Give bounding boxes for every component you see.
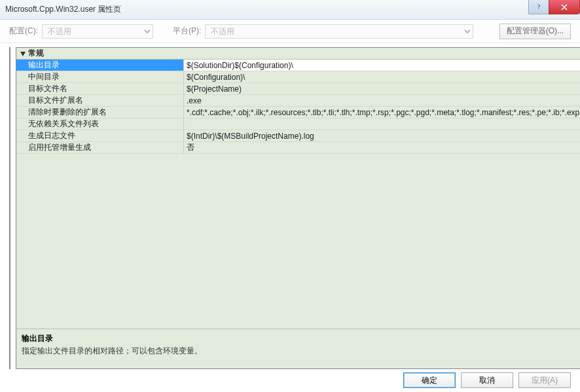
group-header[interactable]: 常规	[16, 48, 580, 60]
platform-select[interactable]: 不适用	[205, 24, 473, 39]
property-row[interactable]: 生成日志文件$(IntDir)\$(MSBuildProjectName).lo…	[16, 130, 580, 142]
property-name: 目标文件名	[16, 83, 184, 94]
navigation-tree[interactable]: 通用属性常规用户宏VC++ 目录C/C++链接器清单工具库管理器资源MIDLXM…	[9, 47, 10, 369]
close-button[interactable]	[549, 0, 580, 14]
tree-node[interactable]: 通用属性	[10, 50, 10, 63]
property-value[interactable]: $(ProjectName)	[184, 83, 580, 94]
property-value[interactable]: $(SolutionDir)$(Configuration)\	[184, 60, 580, 71]
property-name: 中间目录	[16, 71, 184, 82]
property-name: 清除时要删除的扩展名	[16, 107, 184, 118]
property-grid: 常规 输出目录$(SolutionDir)$(Configuration)\中间…	[16, 48, 580, 329]
ok-button[interactable]: 确定	[403, 372, 456, 388]
close-icon	[561, 4, 568, 10]
help-button[interactable]: ?	[528, 0, 549, 14]
property-value[interactable]	[184, 118, 580, 130]
config-select[interactable]: 不适用	[42, 24, 153, 39]
tree-node[interactable]: XML 文档生成器	[10, 181, 10, 194]
config-manager-button[interactable]: 配置管理器(O)...	[499, 24, 571, 39]
property-rows: 输出目录$(SolutionDir)$(Configuration)\中间目录$…	[16, 60, 580, 154]
tree-node[interactable]: VC++ 目录	[10, 90, 10, 103]
grid-empty-area	[16, 154, 580, 329]
property-row[interactable]: 启用托管增量生成否	[16, 142, 580, 154]
property-row[interactable]: 目标文件名$(ProjectName)	[16, 83, 580, 95]
config-toolbar: 配置(C): 不适用 平台(P): 不适用 配置管理器(O)...	[0, 20, 580, 43]
property-row[interactable]: 中间目录$(Configuration)\	[16, 71, 580, 83]
tree-node[interactable]: C/C++	[10, 103, 10, 116]
config-label: 配置(C):	[9, 26, 38, 37]
tree-node[interactable]: 库管理器	[10, 142, 10, 155]
cancel-button[interactable]: 取消	[461, 372, 513, 388]
tree-node[interactable]: 资源	[10, 155, 10, 168]
description-body: 指定输出文件目录的相对路径；可以包含环境变量。	[22, 346, 580, 357]
property-value[interactable]: 否	[184, 142, 580, 153]
property-name: 无依赖关系文件列表	[16, 118, 184, 130]
tree-node[interactable]: 浏览信息	[10, 194, 10, 207]
property-value[interactable]: $(Configuration)\	[184, 71, 580, 82]
tree-node[interactable]: 代码分析	[10, 273, 10, 286]
tree-node[interactable]: 托管资源	[10, 234, 10, 247]
property-value[interactable]: *.cdf;*.cache;*.obj;*.ilk;*.resources;*.…	[184, 107, 580, 118]
property-value[interactable]: .exe	[184, 95, 580, 106]
window-controls: ?	[529, 0, 580, 14]
property-row[interactable]: 输出目录$(SolutionDir)$(Configuration)\	[16, 60, 580, 71]
property-name: 目标文件扩展名	[16, 95, 184, 106]
help-icon: ?	[535, 4, 542, 10]
property-name: 启用托管增量生成	[16, 142, 184, 153]
description-panel: 输出目录 指定输出文件目录的相对路径；可以包含环境变量。	[16, 329, 580, 368]
tree-node[interactable]: 常规	[10, 63, 10, 77]
tree-node[interactable]: MIDL	[10, 168, 10, 181]
collapse-icon	[19, 50, 27, 58]
property-row[interactable]: 无依赖关系文件列表	[16, 118, 580, 130]
property-row[interactable]: 清除时要删除的扩展名*.cdf;*.cache;*.obj;*.ilk;*.re…	[16, 107, 580, 118]
description-title: 输出目录	[22, 333, 580, 344]
tree-node[interactable]: 生成事件	[10, 207, 10, 221]
platform-label: 平台(P):	[173, 26, 201, 37]
title-bar: Microsoft.Cpp.Win32.user 属性页 ?	[0, 0, 580, 20]
svg-text:?: ?	[537, 4, 541, 10]
tree-node[interactable]: XML 数据生成器工具	[10, 260, 10, 273]
window-title: Microsoft.Cpp.Win32.user 属性页	[5, 4, 121, 15]
property-name: 生成日志文件	[16, 130, 184, 141]
property-panel: 常规 输出目录$(SolutionDir)$(Configuration)\中间…	[16, 47, 580, 369]
tree-node[interactable]: 自定义生成步骤	[10, 221, 10, 234]
property-value[interactable]: $(IntDir)\$(MSBuildProjectName).log	[184, 130, 580, 141]
tree-node[interactable]: 链接器	[10, 116, 10, 129]
group-header-label: 常规	[28, 48, 44, 59]
property-name: 输出目录	[16, 60, 184, 71]
apply-button[interactable]: 应用(A)	[518, 372, 571, 388]
tree-node[interactable]: 用户宏	[10, 77, 10, 90]
tree-node[interactable]: 清单工具	[10, 129, 10, 142]
dialog-footer: 确定 取消 应用(A)	[0, 369, 580, 391]
tree-node[interactable]: 自定义生成工具	[10, 247, 10, 260]
property-row[interactable]: 目标文件扩展名.exe	[16, 95, 580, 107]
tree-node[interactable]: HLSL 编译器	[10, 286, 10, 299]
